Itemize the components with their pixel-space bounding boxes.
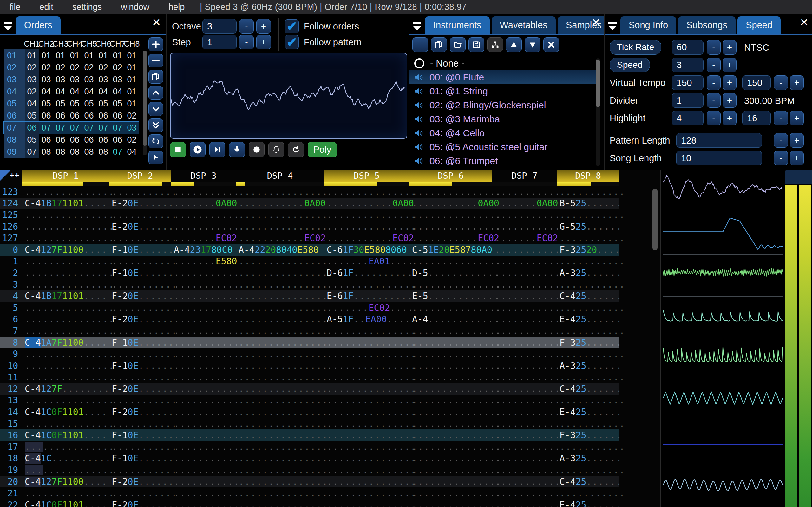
pattern-cell[interactable]: F-10E......: [109, 453, 171, 464]
pattern-length-decrease-button[interactable]: -: [774, 133, 788, 148]
pattern-cell[interactable]: C-4127F1100....: [22, 476, 109, 488]
order-cell[interactable]: 05: [25, 134, 39, 146]
pattern-cell[interactable]: A-4231780C0: [171, 244, 236, 256]
pattern-row-13[interactable]: 13......................................…: [0, 395, 619, 406]
pattern-cell[interactable]: ...........: [492, 348, 557, 360]
play-from-cursor-button[interactable]: [209, 142, 225, 157]
order-cell[interactable]: 06: [96, 110, 110, 122]
channel-header-7[interactable]: DSP 7: [492, 170, 557, 186]
pattern-cell[interactable]: ...........: [171, 337, 236, 349]
pattern-cell[interactable]: ...........: [171, 221, 236, 233]
pattern-cell[interactable]: ...........: [492, 499, 557, 507]
pattern-cell[interactable]: C-41C0F1101....: [22, 406, 109, 418]
pattern-cell[interactable]: ...........: [109, 487, 171, 499]
pattern-cell[interactable]: ...............: [22, 232, 109, 244]
pattern-cell[interactable]: E-425......: [557, 406, 619, 418]
pattern-cell[interactable]: ...........: [492, 337, 557, 349]
pattern-cell[interactable]: ...............: [22, 395, 109, 406]
order-cell[interactable]: 07: [67, 122, 82, 134]
order-cell[interactable]: 06: [39, 134, 53, 146]
pattern-cell[interactable]: ...........: [557, 418, 619, 430]
pattern-cell[interactable]: ...........: [171, 395, 236, 406]
pattern-cell[interactable]: ...........: [171, 267, 236, 279]
pattern-cell[interactable]: ...........EC02: [409, 232, 492, 244]
pattern-cell[interactable]: ...............: [236, 302, 324, 314]
step-decrease-button[interactable]: -: [239, 35, 254, 49]
pattern-cell[interactable]: ...............: [236, 314, 324, 326]
order-cell[interactable]: 01: [125, 61, 139, 73]
pattern-cell[interactable]: ...............: [236, 267, 324, 279]
order-cell[interactable]: 06: [67, 110, 82, 122]
pattern-cell[interactable]: ...............: [236, 290, 324, 302]
instrument-item[interactable]: 05: @5 Acoustic steel guitar: [409, 140, 600, 154]
pattern-row-127[interactable]: 127.................................EC02…: [0, 232, 619, 244]
order-cell[interactable]: 02: [96, 61, 110, 73]
pattern-cell[interactable]: ...............: [409, 337, 492, 349]
pattern-cell[interactable]: ...............: [236, 337, 324, 349]
pattern-cell[interactable]: ...............: [409, 221, 492, 233]
pattern-cell[interactable]: .......0A00: [492, 198, 557, 210]
vt1-decrease-button[interactable]: -: [707, 75, 721, 90]
pattern-row-125[interactable]: 125.....................................…: [0, 209, 619, 221]
pattern-cell[interactable]: ...........: [557, 302, 619, 314]
song-length-decrease-button[interactable]: -: [774, 151, 788, 165]
pattern-cell[interactable]: A-325......: [557, 267, 619, 279]
pattern-cell[interactable]: ...........: [109, 395, 171, 406]
pattern-cell[interactable]: ...............: [236, 348, 324, 360]
pattern-cell[interactable]: ...........: [109, 256, 171, 268]
pattern-cell[interactable]: ...............: [409, 476, 492, 488]
pattern-row-126[interactable]: 126...............E-20E.................…: [0, 221, 619, 233]
order-cell[interactable]: 06: [53, 134, 67, 146]
pattern-cell[interactable]: A-422208040E580: [236, 244, 324, 256]
order-cell[interactable]: 04: [67, 86, 82, 98]
order-cell[interactable]: 02: [125, 110, 139, 122]
pattern-row-17[interactable]: 17......................................…: [0, 441, 619, 453]
order-cell[interactable]: 08: [39, 146, 53, 158]
pattern-cell[interactable]: ...............: [236, 279, 324, 291]
tab-wavetables[interactable]: Wavetables: [492, 16, 556, 34]
order-cell[interactable]: 05: [53, 98, 67, 110]
speed-decrease-button[interactable]: -: [707, 58, 721, 72]
pattern-cell[interactable]: C-4127F........: [22, 383, 109, 395]
pattern-cell[interactable]: ...........: [492, 429, 557, 441]
save-button[interactable]: [468, 38, 484, 52]
divider-decrease-button[interactable]: -: [707, 93, 721, 108]
pattern-cell[interactable]: C-425......: [557, 290, 619, 302]
pattern-cell[interactable]: ...........: [492, 209, 557, 221]
pattern-cell[interactable]: C-41B171101....: [22, 198, 109, 210]
pattern-cell[interactable]: ...........: [109, 372, 171, 383]
menu-window[interactable]: window: [111, 2, 159, 12]
pattern-editor[interactable]: ++DSP 1 DSP 2 DSP 3 DSP 4 DSP 5 DSP 6 DS…: [0, 170, 660, 507]
instrument-item[interactable]: 04: @4 Cello: [409, 126, 600, 140]
pattern-cell[interactable]: ...........: [492, 372, 557, 383]
orders-grid[interactable]: 0101010101010101010202020202020202010303…: [4, 49, 139, 158]
move-down-button[interactable]: [525, 38, 541, 52]
tab-subsongs[interactable]: Subsongs: [678, 16, 735, 34]
pattern-cell[interactable]: ...............: [324, 487, 409, 499]
add-button[interactable]: [412, 38, 428, 52]
pattern-cell[interactable]: ...........: [557, 487, 619, 499]
pattern-cell[interactable]: ...............: [324, 279, 409, 291]
instrument-none[interactable]: - None -: [409, 56, 600, 70]
open-folder-button[interactable]: [450, 38, 466, 52]
pattern-row-22[interactable]: 22C-41C0F1101....F-20E..................…: [0, 499, 619, 507]
pattern-cell[interactable]: ...............: [236, 256, 324, 268]
channel-header-2[interactable]: DSP 2: [109, 170, 171, 186]
pattern-cell[interactable]: ...............: [236, 429, 324, 441]
pattern-cell[interactable]: ...............: [324, 476, 409, 488]
order-cell[interactable]: 05: [96, 98, 110, 110]
order-cell[interactable]: 03: [25, 73, 39, 86]
move-up-button[interactable]: [506, 38, 522, 52]
pattern-cell[interactable]: ...............: [22, 279, 109, 291]
pattern-cell[interactable]: ...........: [171, 487, 236, 499]
instruments-scrollbar[interactable]: [596, 58, 600, 166]
collapse-panel-icon[interactable]: [3, 20, 14, 32]
orders-scrollbar[interactable]: [143, 51, 147, 155]
pattern-cell[interactable]: ...........: [557, 209, 619, 221]
pattern-cell[interactable]: ...........: [557, 325, 619, 337]
pattern-cell[interactable]: F-325......: [557, 429, 619, 441]
pattern-cell[interactable]: ...........EC02: [324, 232, 409, 244]
pattern-cell[interactable]: F-10E......: [109, 360, 171, 372]
pattern-row-9[interactable]: 9.......................................…: [0, 348, 619, 360]
pattern-cell[interactable]: ...........: [492, 256, 557, 268]
